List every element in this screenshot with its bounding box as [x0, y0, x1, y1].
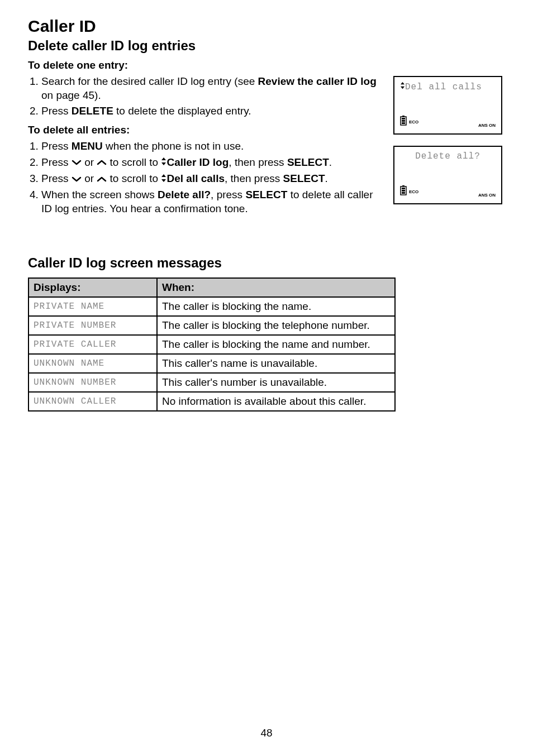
section-delete-heading: Delete caller ID log entries	[28, 38, 505, 54]
header-displays: Displays:	[28, 278, 157, 297]
cell-display: PRIVATE NUMBER	[28, 316, 157, 335]
table-row: UNKNOWN CALLER No information is availab…	[28, 392, 395, 411]
screen-del-all-calls: Del all calls ECO ANS ON	[393, 76, 502, 135]
allstep3-period: .	[325, 173, 328, 184]
right-column: Del all calls ECO ANS ON Delete all? ECO…	[393, 59, 505, 222]
updown-icon	[400, 82, 405, 92]
delete-all-steps: Press MENU when the phone is not in use.…	[28, 140, 382, 216]
allstep2-select: SELECT	[287, 156, 329, 168]
allstep3-scroll: to scroll to	[107, 173, 161, 184]
cell-when: This caller's number is unavailable.	[157, 373, 395, 392]
cell-when: This caller's name is unavailable.	[157, 354, 395, 373]
step2-prefix: Press	[41, 105, 72, 117]
step1-prefix: Search for the desired caller ID log ent…	[41, 75, 258, 87]
header-when: When:	[157, 278, 395, 297]
chevron-up-icon	[97, 173, 107, 186]
battery-eco: ECO	[400, 116, 418, 128]
cell-when: The caller is blocking the name and numb…	[157, 335, 395, 354]
cell-when: No information is available about this c…	[157, 392, 395, 411]
allstep4-prefix: When the screen shows	[41, 189, 158, 200]
chevron-down-icon	[72, 173, 82, 186]
svg-rect-4	[402, 122, 405, 124]
svg-rect-2	[402, 118, 405, 119]
allstep1-suffix: when the phone is not in use.	[103, 140, 244, 152]
table-row: PRIVATE NAME The caller is blocking the …	[28, 297, 395, 316]
step-1: Search for the desired caller ID log ent…	[41, 75, 382, 102]
allstep3-bold: Del all calls	[166, 173, 225, 184]
svg-rect-8	[402, 190, 405, 192]
table-row: UNKNOWN NAME This caller's name is unava…	[28, 354, 395, 373]
left-column: To delete one entry: Search for the desi…	[28, 59, 382, 222]
allstep2-bold: Caller ID log	[166, 156, 229, 168]
delete-one-steps: Search for the desired caller ID log ent…	[28, 75, 382, 118]
screen1-text: Del all calls	[405, 82, 482, 92]
table-row: UNKNOWN NUMBER This caller's number is u…	[28, 373, 395, 392]
allstep4-bold1: Delete all?	[158, 189, 211, 200]
allstep3-select: SELECT	[283, 173, 325, 184]
status-row: ECO ANS ON	[400, 116, 496, 128]
cell-display: UNKNOWN CALLER	[28, 392, 157, 411]
delete-all-entries-heading: To delete all entries:	[28, 124, 382, 136]
allstep2-then: , then press	[229, 156, 287, 168]
step2-suffix: to delete the displayed entry.	[113, 105, 251, 117]
svg-rect-9	[402, 192, 405, 194]
allstep-1: Press MENU when the phone is not in use.	[41, 140, 382, 154]
step-2: Press DELETE to delete the displayed ent…	[41, 104, 382, 118]
screen-messages-heading: Caller ID log screen messages	[28, 255, 505, 271]
svg-rect-7	[402, 188, 405, 189]
allstep4-bold2: SELECT	[245, 189, 287, 200]
step1-suffix: on page 45).	[41, 89, 101, 101]
table-row: PRIVATE NUMBER The caller is blocking th…	[28, 316, 395, 335]
allstep2-mid: or	[82, 156, 97, 168]
allstep4-mid: , press	[211, 189, 245, 200]
delete-one-entry-heading: To delete one entry:	[28, 59, 382, 71]
table-header-row: Displays: When:	[28, 278, 395, 297]
status-row: ECO ANS ON	[400, 185, 496, 198]
eco-label: ECO	[409, 189, 418, 194]
allstep1-bold: MENU	[72, 140, 103, 152]
ans-on-label: ANS ON	[478, 123, 496, 128]
chevron-down-icon	[72, 156, 82, 170]
step2-bold: DELETE	[72, 105, 113, 117]
chevron-up-icon	[97, 156, 107, 170]
allstep-4: When the screen shows Delete all?, press…	[41, 188, 382, 216]
cell-when: The caller is blocking the name.	[157, 297, 395, 316]
screen1-line: Del all calls	[400, 82, 496, 92]
cell-display: UNKNOWN NAME	[28, 354, 157, 373]
allstep2-period: .	[329, 156, 332, 168]
caller-id-messages-table: Displays: When: PRIVATE NAME The caller …	[28, 277, 396, 412]
cell-display: PRIVATE NAME	[28, 297, 157, 316]
page-title: Caller ID	[28, 17, 505, 36]
cell-display: PRIVATE CALLER	[28, 335, 157, 354]
table-row: PRIVATE CALLER The caller is blocking th…	[28, 335, 395, 354]
allstep2-scroll: to scroll to	[107, 156, 161, 168]
content-area: To delete one entry: Search for the desi…	[28, 59, 505, 222]
allstep-2: Press or to scroll to Caller ID log, the…	[41, 156, 382, 170]
allstep3-prefix: Press	[41, 173, 72, 184]
allstep3-then: , then press	[225, 173, 283, 184]
updown-icon	[161, 156, 166, 170]
screen2-line: Delete all?	[400, 151, 496, 161]
battery-icon	[400, 116, 407, 128]
svg-rect-3	[402, 120, 405, 122]
page-number: 48	[0, 727, 533, 739]
battery-icon	[400, 185, 407, 198]
allstep2-prefix: Press	[41, 156, 72, 168]
allstep-3: Press or to scroll to Del all calls, the…	[41, 172, 382, 186]
cell-display: UNKNOWN NUMBER	[28, 373, 157, 392]
allstep1-prefix: Press	[41, 140, 72, 152]
battery-eco: ECO	[400, 185, 418, 198]
cell-when: The caller is blocking the telephone num…	[157, 316, 395, 335]
allstep3-mid: or	[82, 173, 97, 184]
step1-bold: Review the caller ID log	[258, 75, 377, 87]
ans-on-label: ANS ON	[478, 193, 496, 198]
eco-label: ECO	[409, 119, 418, 125]
screen-delete-all: Delete all? ECO ANS ON	[393, 146, 502, 204]
updown-icon	[161, 173, 166, 186]
